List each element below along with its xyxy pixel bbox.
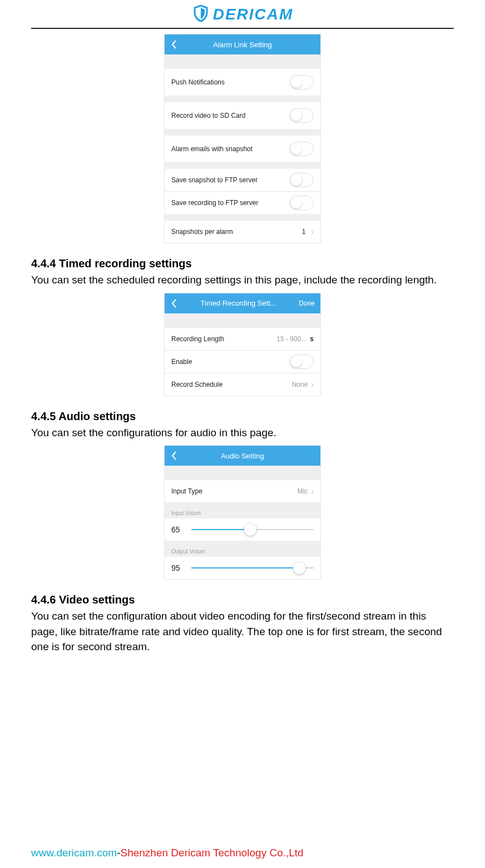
header-divider xyxy=(31,28,454,29)
shield-icon xyxy=(192,4,210,24)
save-snapshot-ftp-toggle[interactable] xyxy=(289,173,314,187)
graybar xyxy=(165,162,320,169)
input-volume-value: 65 xyxy=(171,525,185,534)
input-volume-slider[interactable] xyxy=(191,529,314,530)
input-volume-label: Input Volum xyxy=(165,502,320,518)
push-notifications-row: Push Notifications xyxy=(165,69,320,96)
section-desc-444: You can set the scheduled recording sett… xyxy=(31,272,454,288)
chevron-right-icon: › xyxy=(311,227,314,236)
section-heading-445: 4.4.5 Audio settings xyxy=(31,410,454,423)
row-label: Snapshots per alarm xyxy=(171,228,233,236)
footer-company: Shenzhen Dericam Technology Co.,Ltd xyxy=(120,847,303,859)
record-sd-row: Record video to SD Card xyxy=(165,102,320,129)
section-heading-446: 4.4.6 Video settings xyxy=(31,593,454,606)
input-type-value: Mic xyxy=(298,487,308,495)
recording-length-row[interactable]: Recording Length 15 - 900... s xyxy=(165,328,320,350)
back-button[interactable] xyxy=(165,293,184,313)
row-label: Alarm emails with snapshot xyxy=(171,145,253,153)
record-schedule-row[interactable]: Record Schedule None › xyxy=(165,373,320,396)
graybar xyxy=(165,214,320,221)
screenshot-header: Audio Setting xyxy=(165,446,320,466)
screenshot-header: Alarm Link Setting xyxy=(165,34,320,54)
chevron-left-icon xyxy=(171,39,177,49)
chevron-left-icon xyxy=(171,298,177,308)
chevron-left-icon xyxy=(171,451,177,461)
output-volume-value: 95 xyxy=(171,563,185,572)
save-snapshot-ftp-row: Save snapshot to FTP server xyxy=(165,169,320,191)
logo: DERICAM xyxy=(192,4,294,24)
output-volume-label: Output Volum xyxy=(165,541,320,557)
snapshots-value: 1 xyxy=(302,228,306,236)
recording-length-placeholder: 15 - 900... xyxy=(276,335,306,343)
page-footer: www.dericam.com-Shenzhen Dericam Technol… xyxy=(31,847,304,859)
save-recording-ftp-toggle[interactable] xyxy=(289,196,314,210)
output-volume-slider[interactable] xyxy=(191,567,314,568)
enable-row: Enable xyxy=(165,351,320,373)
save-recording-ftp-row: Save recording to FTP server xyxy=(165,192,320,214)
done-button[interactable]: Done xyxy=(293,300,320,307)
row-label: Save recording to FTP server xyxy=(171,199,259,207)
output-volume-row: 95 xyxy=(165,557,320,579)
graybar xyxy=(165,54,320,69)
input-type-row[interactable]: Input Type Mic › xyxy=(165,480,320,502)
section-desc-446: You can set the configuration about vide… xyxy=(31,608,454,655)
input-volume-row: 65 xyxy=(165,518,320,541)
screenshot-title: Audio Setting xyxy=(184,452,320,460)
page-header: DERICAM xyxy=(0,0,485,26)
screenshot-header: Timed Recording Sett... Done xyxy=(165,293,320,313)
row-label: Enable xyxy=(171,358,192,366)
row-label: Push Notifications xyxy=(171,78,225,86)
back-button[interactable] xyxy=(165,446,184,466)
record-sd-toggle[interactable] xyxy=(289,108,314,123)
chevron-right-icon: › xyxy=(311,380,314,389)
row-label: Recording Length xyxy=(171,335,224,343)
logo-text: DERICAM xyxy=(213,6,294,23)
back-button[interactable] xyxy=(165,34,184,54)
row-label: Record video to SD Card xyxy=(171,112,245,119)
alarm-emails-row: Alarm emails with snapshot xyxy=(165,136,320,162)
graybar xyxy=(165,466,320,480)
alarm-link-screenshot: Alarm Link Setting Push Notifications Re… xyxy=(165,34,320,243)
chevron-right-icon: › xyxy=(311,487,314,496)
row-label: Input Type xyxy=(171,487,202,495)
snapshots-per-alarm-row[interactable]: Snapshots per alarm 1 › xyxy=(165,221,320,243)
audio-setting-screenshot: Audio Setting Input Type Mic › Input Vol… xyxy=(165,446,320,579)
graybar xyxy=(165,313,320,328)
push-notifications-toggle[interactable] xyxy=(289,75,314,89)
record-schedule-value: None xyxy=(292,381,308,388)
screenshot-title: Timed Recording Sett... xyxy=(184,299,293,307)
alarm-emails-toggle[interactable] xyxy=(289,142,314,156)
screenshot-title: Alarm Link Setting xyxy=(184,41,320,49)
footer-url[interactable]: www.dericam.com xyxy=(31,847,117,859)
section-heading-444: 4.4.4 Timed recording settings xyxy=(31,257,454,270)
timed-recording-screenshot: Timed Recording Sett... Done Recording L… xyxy=(165,293,320,396)
section-desc-445: You can set the configurations for audio… xyxy=(31,425,454,441)
graybar xyxy=(165,96,320,102)
recording-length-unit: s xyxy=(310,335,314,343)
graybar xyxy=(165,129,320,136)
row-label: Save snapshot to FTP server xyxy=(171,176,258,184)
row-label: Record Schedule xyxy=(171,381,222,388)
enable-toggle[interactable] xyxy=(289,355,314,369)
